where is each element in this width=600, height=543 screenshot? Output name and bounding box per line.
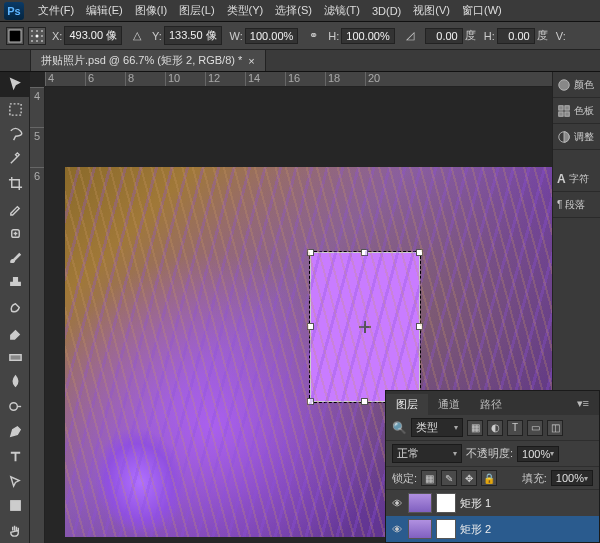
- fill-label: 填充:: [522, 471, 547, 486]
- lock-paint-icon[interactable]: ✎: [441, 470, 457, 486]
- h2-label: H:: [484, 30, 495, 42]
- svg-point-3: [41, 30, 43, 32]
- eraser-tool[interactable]: [0, 320, 30, 345]
- transform-selection[interactable]: [310, 252, 420, 402]
- menu-edit[interactable]: 编辑(E): [80, 1, 129, 20]
- close-icon[interactable]: ×: [248, 55, 254, 67]
- mask-thumb: [436, 519, 456, 539]
- menu-file[interactable]: 文件(F): [32, 1, 80, 20]
- tab-channels[interactable]: 通道: [428, 394, 470, 415]
- lock-all-icon[interactable]: 🔒: [481, 470, 497, 486]
- filter-type-icon[interactable]: T: [507, 420, 523, 436]
- menu-type[interactable]: 类型(Y): [221, 1, 270, 20]
- link-icon[interactable]: ⚭: [304, 27, 322, 45]
- menu-image[interactable]: 图像(I): [129, 1, 173, 20]
- handle-top-mid[interactable]: [361, 249, 368, 256]
- gradient-tool[interactable]: [0, 345, 30, 370]
- y-value[interactable]: 133.50 像: [164, 26, 222, 45]
- angle-icon: ◿: [401, 27, 419, 45]
- transform-icon[interactable]: [6, 27, 24, 45]
- layer-row[interactable]: 矩形 1: [386, 490, 599, 516]
- reference-point-icon[interactable]: [28, 27, 46, 45]
- svg-point-22: [396, 528, 399, 531]
- visibility-icon[interactable]: [390, 522, 404, 536]
- angle-value[interactable]: 0.00: [425, 28, 463, 44]
- eyedropper-tool[interactable]: [0, 196, 30, 221]
- move-tool[interactable]: [0, 72, 30, 97]
- menu-window[interactable]: 窗口(W): [456, 1, 508, 20]
- lock-move-icon[interactable]: ✥: [461, 470, 477, 486]
- blur-tool[interactable]: [0, 370, 30, 395]
- pen-tool[interactable]: [0, 419, 30, 444]
- lock-trans-icon[interactable]: ▦: [421, 470, 437, 486]
- x-value[interactable]: 493.00 像: [64, 26, 122, 45]
- layer-row[interactable]: 矩形 2: [386, 516, 599, 542]
- tab-layers[interactable]: 图层: [386, 394, 428, 415]
- ribbon-graphic: [95, 427, 185, 537]
- w-value[interactable]: 100.00%: [245, 28, 298, 44]
- y-label: Y:: [152, 30, 162, 42]
- filter-shape-icon[interactable]: ▭: [527, 420, 543, 436]
- wand-tool[interactable]: [0, 146, 30, 171]
- panel-swatches[interactable]: 色板: [553, 98, 600, 124]
- tab-paths[interactable]: 路径: [470, 394, 512, 415]
- type-tool[interactable]: [0, 444, 30, 469]
- h-value[interactable]: 100.00%: [341, 28, 394, 44]
- menu-3d[interactable]: 3D(D): [366, 3, 407, 19]
- panel-character[interactable]: A字符: [553, 166, 600, 192]
- handle-bot-mid[interactable]: [361, 398, 368, 405]
- ruler-vertical[interactable]: 456: [30, 87, 45, 543]
- panel-menu-icon[interactable]: ▾≡: [567, 394, 599, 415]
- lasso-tool[interactable]: [0, 122, 30, 147]
- svg-point-7: [31, 40, 33, 42]
- handle-mid-right[interactable]: [416, 323, 423, 330]
- svg-rect-10: [9, 104, 20, 115]
- handle-mid-left[interactable]: [307, 323, 314, 330]
- stamp-tool[interactable]: [0, 270, 30, 295]
- visibility-icon[interactable]: [390, 496, 404, 510]
- svg-point-15: [559, 79, 570, 90]
- hand-tool[interactable]: [0, 518, 30, 543]
- shape-tool[interactable]: [0, 494, 30, 519]
- menu-filter[interactable]: 滤镜(T): [318, 1, 366, 20]
- layers-panel: 图层 通道 路径 ▾≡ 🔍 类型 ▦ ◐ T ▭ ◫ 正常 不透明度: 100%…: [385, 390, 600, 543]
- svg-rect-19: [565, 111, 569, 115]
- filter-smart-icon[interactable]: ◫: [547, 420, 563, 436]
- history-brush-tool[interactable]: [0, 295, 30, 320]
- menu-layer[interactable]: 图层(L): [173, 1, 220, 20]
- svg-rect-17: [565, 105, 569, 109]
- blend-mode-select[interactable]: 正常: [392, 444, 462, 463]
- handle-bot-left[interactable]: [307, 398, 314, 405]
- marquee-tool[interactable]: [0, 97, 30, 122]
- v-label: V:: [556, 30, 566, 42]
- svg-point-9: [41, 40, 43, 42]
- panel-adjustments[interactable]: 调整: [553, 124, 600, 150]
- dodge-tool[interactable]: [0, 394, 30, 419]
- delta-icon[interactable]: △: [128, 27, 146, 45]
- layer-name: 矩形 2: [460, 522, 491, 537]
- panel-color[interactable]: 颜色: [553, 72, 600, 98]
- crop-tool[interactable]: [0, 171, 30, 196]
- healing-tool[interactable]: [0, 221, 30, 246]
- fill-value[interactable]: 100%: [551, 470, 593, 486]
- filter-pixel-icon[interactable]: ▦: [467, 420, 483, 436]
- panel-paragraph[interactable]: ¶段落: [553, 192, 600, 218]
- handle-top-right[interactable]: [416, 249, 423, 256]
- mask-thumb: [436, 493, 456, 513]
- opacity-value[interactable]: 100%: [517, 446, 559, 462]
- path-tool[interactable]: [0, 469, 30, 494]
- opacity-label: 不透明度:: [466, 446, 513, 461]
- document-tab[interactable]: 拼贴照片.psd @ 66.7% (矩形 2, RGB/8) * ×: [30, 49, 266, 71]
- h2-value[interactable]: 0.00: [497, 28, 535, 44]
- menu-view[interactable]: 视图(V): [407, 1, 456, 20]
- transform-center-icon[interactable]: [359, 321, 371, 333]
- brush-tool[interactable]: [0, 246, 30, 271]
- svg-point-6: [41, 35, 43, 37]
- filter-kind-select[interactable]: 类型: [411, 418, 463, 437]
- ruler-horizontal[interactable]: 468101214161820: [45, 72, 552, 87]
- app-logo: Ps: [4, 2, 24, 20]
- handle-top-left[interactable]: [307, 249, 314, 256]
- menu-select[interactable]: 选择(S): [269, 1, 318, 20]
- layer-thumb: [408, 519, 432, 539]
- filter-adjust-icon[interactable]: ◐: [487, 420, 503, 436]
